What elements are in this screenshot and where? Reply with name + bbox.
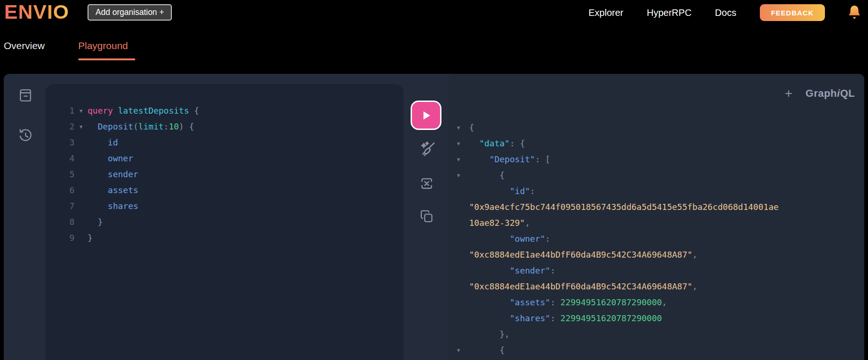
fold-toggle-icon[interactable]: ▼: [448, 120, 469, 136]
response-line: "0xc8884edE1ae44bDfF60da4B9c542C34A69648…: [448, 279, 864, 295]
nav-link-explorer[interactable]: Explorer: [588, 7, 623, 18]
line-number: 9: [45, 230, 74, 246]
query-editor[interactable]: 1▼query latestDeposits {2▼ Deposit(limit…: [45, 84, 404, 360]
page: ENVIO Add organisation + Explorer HyperR…: [0, 0, 868, 360]
merge-fragments-icon[interactable]: [419, 175, 435, 192]
response-line: "0xc8884edE1ae44bDfF60da4B9c542C34A69648…: [448, 247, 864, 263]
response-line: ▼ "data": {: [448, 136, 864, 151]
query-line: 9}: [45, 230, 404, 246]
fold-toggle-icon[interactable]: ▼: [448, 152, 469, 168]
fold-toggle-icon[interactable]: ▼: [448, 343, 469, 359]
line-number: 8: [45, 214, 74, 230]
feedback-button[interactable]: FEEDBACK: [760, 4, 825, 21]
line-number: 5: [45, 166, 74, 182]
query-line: 4 owner: [45, 151, 404, 166]
line-number: 3: [45, 135, 74, 151]
query-line: 7 shares: [45, 198, 404, 214]
response-line: "sender":: [448, 263, 864, 279]
graphiql-panel: 1▼query latestDeposits {2▼ Deposit(limit…: [4, 74, 864, 360]
response-line: },: [448, 326, 864, 342]
response-line: "id":: [448, 183, 864, 199]
response-line: ▼ "Deposit": [: [448, 151, 864, 167]
play-icon: [420, 109, 432, 122]
response-code: ▼{▼ "data": {▼ "Deposit": [▼ { "id":"0x9…: [448, 120, 864, 358]
fold-toggle-icon[interactable]: ▼: [74, 119, 88, 135]
prettify-query-icon[interactable]: [418, 140, 437, 159]
line-number: 1: [45, 103, 74, 119]
line-number: 4: [45, 151, 74, 166]
add-tab-icon[interactable]: +: [785, 87, 792, 100]
session-header: + GraphiQL: [785, 87, 855, 100]
tab-overview[interactable]: Overview: [4, 40, 45, 51]
active-tab-indicator: [78, 58, 135, 60]
query-line: 3 id: [45, 135, 404, 151]
response-line: "owner":: [448, 231, 864, 247]
notification-bell-icon[interactable]: [848, 5, 861, 20]
top-nav: Explorer HyperRPC Docs FEEDBACK: [588, 0, 861, 25]
graphiql-brand: GraphiQL: [806, 87, 855, 100]
query-line: 8 }: [45, 214, 404, 230]
response-line: ▼{: [448, 120, 864, 136]
response-line: "0x9ae4cfc75bc744f095018567435dd6a5d5415…: [448, 199, 864, 215]
nav-link-hyperrpc[interactable]: HyperRPC: [647, 7, 692, 18]
line-number: 7: [45, 198, 74, 214]
response-pane: + GraphiQL ▼{▼ "data": {▼ "Deposit": [▼ …: [448, 74, 864, 360]
line-number: 2: [45, 119, 74, 135]
tab-playground[interactable]: Playground: [78, 40, 128, 51]
history-icon[interactable]: [16, 126, 34, 144]
response-line: ▼ {: [448, 167, 864, 183]
query-line: 1▼query latestDeposits {: [45, 103, 404, 119]
fold-toggle-icon[interactable]: ▼: [448, 168, 469, 184]
envio-logo: ENVIO: [4, 0, 69, 23]
response-line: 10ae82-329",: [448, 215, 864, 231]
add-organisation-button[interactable]: Add organisation +: [88, 4, 172, 21]
query-line: 6 assets: [45, 182, 404, 198]
copy-query-icon[interactable]: [419, 208, 435, 224]
query-editor-code: 1▼query latestDeposits {2▼ Deposit(limit…: [45, 84, 404, 246]
response-line: "shares": 22994951620787290000: [448, 310, 864, 326]
nav-link-docs[interactable]: Docs: [715, 7, 736, 18]
docs-explorer-icon[interactable]: [16, 86, 34, 104]
fold-toggle-icon[interactable]: ▼: [448, 136, 469, 152]
execute-query-button[interactable]: [411, 101, 441, 130]
response-line: ▼ {: [448, 342, 864, 358]
query-line: 2▼ Deposit(limit:10) {: [45, 119, 404, 135]
query-line: 5 sender: [45, 166, 404, 182]
line-number: 6: [45, 182, 74, 198]
fold-toggle-icon[interactable]: ▼: [74, 103, 88, 119]
response-line: "assets": 22994951620787290000,: [448, 295, 864, 310]
